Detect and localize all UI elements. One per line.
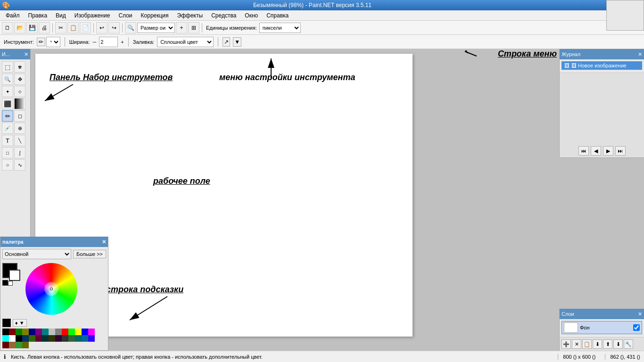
redo-button[interactable]: ↪ [108,22,120,33]
layer-properties[interactable]: 🔧 [624,339,633,349]
color-cell[interactable] [2,335,9,342]
layer-delete[interactable]: ✕ [572,339,581,349]
color-cell[interactable] [35,335,42,342]
tool-rectangle-select[interactable]: ⬚ [2,61,13,73]
color-cell[interactable] [55,329,62,335]
layers-close[interactable]: ✕ [638,311,642,317]
color-cell[interactable] [22,342,29,348]
tool-magic-wand[interactable]: ✦ [2,86,13,97]
width-input[interactable] [99,37,118,47]
journal-close[interactable]: ✕ [638,51,642,58]
grid-button[interactable]: ⊞ [188,22,199,33]
print-button[interactable]: 🖨 [39,22,50,33]
journal-prev[interactable]: ◀ [591,146,601,156]
color-cell[interactable] [9,329,16,335]
color-cell[interactable] [29,335,35,342]
palette-close[interactable]: ✕ [102,239,106,245]
menu-effects[interactable]: Эффекты [173,11,207,20]
journal-last[interactable]: ⏭ [615,146,626,156]
color-cell[interactable] [2,329,9,335]
tool-move-selection[interactable]: ⊹ [14,86,25,97]
cut-button[interactable]: ✂ [55,22,66,33]
tool-shapes[interactable]: □ [2,147,13,158]
menu-window[interactable]: Окно [241,11,262,20]
zoom-select[interactable]: Размер ои 98% 100% [137,23,175,33]
color-cell[interactable] [2,342,9,348]
color-cell[interactable] [9,342,16,348]
layer-down[interactable]: ⬇ [613,339,623,349]
color-cell[interactable] [62,335,68,342]
paste-button[interactable]: 📄 [80,22,91,33]
layer-item-background[interactable]: Фон [561,321,642,334]
color-cell[interactable] [62,329,68,335]
menu-corrections[interactable]: Коррекция [137,11,173,20]
tool-color-picker[interactable]: 💉 [2,123,13,134]
width-increase[interactable]: + [121,39,124,45]
palette-mode-select[interactable]: Основной [2,249,71,259]
color-cell[interactable] [9,335,16,342]
tool-eraser[interactable]: ◻ [14,110,25,122]
menu-file[interactable]: Файл [2,11,24,20]
undo-button[interactable]: ↩ [96,22,107,33]
menu-tools[interactable]: Средства [207,11,240,20]
fill-select[interactable]: Сплошной цвет [157,37,214,47]
color-cell[interactable] [16,335,22,342]
menu-help[interactable]: Справка [263,11,292,20]
zoom-out-button[interactable]: 🔍 [125,22,136,33]
color-cell[interactable] [82,335,88,342]
menu-image[interactable]: Изображение [71,11,114,20]
zoom-in-button[interactable]: + [176,22,187,33]
black-swatch[interactable] [2,319,11,327]
color-cell[interactable] [68,335,75,342]
color-cell[interactable] [82,329,88,335]
journal-first[interactable]: ⏮ [578,146,589,156]
layer-visibility-checkbox[interactable] [633,324,640,331]
tool-ellipse[interactable]: ○ [2,159,13,171]
color-cell[interactable] [88,329,95,335]
color-cell[interactable] [49,329,55,335]
tool-gradient[interactable] [14,98,25,109]
tool-text[interactable]: T [2,135,13,146]
color-options[interactable]: ♦ ▼ [13,319,27,327]
color-cell[interactable] [22,329,29,335]
instrument-select[interactable]: ▼ [46,37,60,47]
menu-layers[interactable]: Слои [115,11,136,20]
color-cell[interactable] [22,335,29,342]
tool-clone[interactable]: ⊕ [14,123,25,134]
tool-paint-bucket[interactable]: ⬛ [2,98,13,109]
tool-pencil[interactable]: ✏ [2,110,13,122]
palette-more-button[interactable]: Больше >> [73,250,106,258]
color-cell[interactable] [16,329,22,335]
canvas-area[interactable]: Панель Набор инструметов меню настройки … [31,49,559,351]
toolbox-close[interactable]: ✕ [24,51,28,58]
tool-move[interactable]: ✥ [14,74,25,85]
copy-button[interactable]: 📋 [67,22,79,33]
color-cell[interactable] [55,335,62,342]
open-button[interactable]: 📂 [14,22,25,33]
color-cell[interactable] [35,329,42,335]
color-cell[interactable] [88,335,95,342]
menu-view[interactable]: Вид [52,11,70,20]
color-cell[interactable] [16,342,22,348]
save-button[interactable]: 💾 [26,22,38,33]
secondary-color-swatch[interactable] [9,270,20,281]
antialias-button[interactable]: ↗ [223,37,230,47]
color-cell[interactable] [75,329,82,335]
color-cell[interactable] [42,329,49,335]
journal-next[interactable]: ▶ [603,146,613,156]
color-cell[interactable] [68,329,75,335]
layer-duplicate[interactable]: 📋 [582,339,592,349]
new-button[interactable]: 🗋 [2,22,13,33]
color-cell[interactable] [49,335,55,342]
tool-lasso[interactable]: ✾ [14,61,25,73]
width-decrease[interactable]: ─ [93,39,97,45]
tool-freehand[interactable]: ∿ [14,159,25,171]
tool-curve[interactable]: ∫ [14,147,25,158]
layer-up[interactable]: ⬆ [603,339,612,349]
color-cell[interactable] [42,335,49,342]
color-cell[interactable] [29,329,35,335]
menu-edit[interactable]: Правка [25,11,51,20]
blend-button[interactable]: ▼ [233,37,241,47]
tool-zoom[interactable]: 🔍 [2,74,13,85]
color-cell[interactable] [75,335,82,342]
